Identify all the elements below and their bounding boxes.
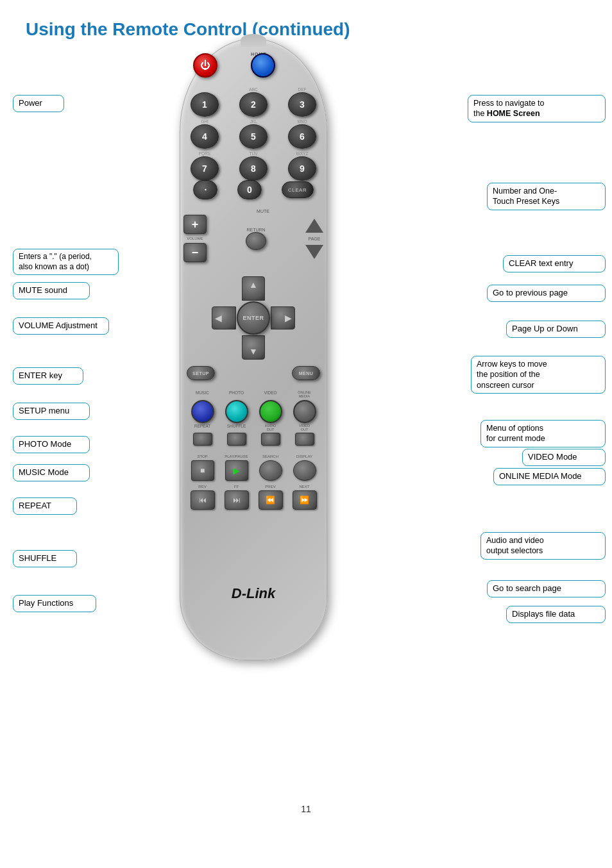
shuffle-button[interactable] bbox=[227, 433, 246, 446]
num-label-2: ABC bbox=[239, 87, 268, 92]
stop-label: STOP bbox=[190, 455, 216, 458]
dpad-left-button[interactable]: ◀ bbox=[212, 306, 236, 330]
volume-plus-button[interactable]: + bbox=[183, 215, 207, 234]
annotation-video-mode: VIDEO Mode bbox=[522, 449, 606, 466]
video-out-label: VIDEOOUT bbox=[292, 424, 318, 431]
num-btn-7[interactable]: 7 bbox=[191, 156, 219, 181]
annotation-enter: ENTER key bbox=[13, 367, 83, 385]
display-button[interactable] bbox=[293, 460, 316, 481]
dpad-up-button[interactable]: ▲ bbox=[242, 276, 265, 301]
shuffle-label: SHUFFLE bbox=[224, 424, 250, 431]
next-button[interactable]: ⏩ bbox=[293, 490, 317, 510]
repeat-label: REPEAT bbox=[190, 424, 216, 431]
video-out-button[interactable] bbox=[295, 433, 314, 446]
page-number: 11 bbox=[301, 804, 311, 814]
right-arrow-icon: ▶ bbox=[285, 313, 292, 323]
num-btn-1[interactable]: 1 bbox=[191, 92, 219, 117]
annotation-online-media: ONLINE MEDIA Mode bbox=[493, 468, 606, 485]
annotation-clear: CLEAR text entry bbox=[503, 255, 606, 272]
page-down-button[interactable] bbox=[305, 245, 323, 259]
search-button[interactable] bbox=[259, 460, 282, 481]
setup-button[interactable]: SETUP bbox=[187, 366, 215, 380]
prev-icon: ⏪ bbox=[266, 496, 275, 505]
dot-button[interactable]: · bbox=[193, 180, 217, 199]
num-btn-8[interactable]: 8 bbox=[239, 156, 268, 181]
num-label-8: TUV bbox=[239, 151, 268, 156]
down-arrow-icon: ▼ bbox=[249, 346, 258, 356]
annotation-setup: SETUP menu bbox=[13, 403, 90, 420]
prev-label: PREV bbox=[258, 485, 284, 488]
search-label: SEARCH bbox=[258, 455, 284, 458]
annotation-audio-video-out: Audio and videooutput selectors bbox=[480, 532, 606, 560]
online-media-mode-button[interactable] bbox=[293, 400, 316, 423]
annotation-go-prev-page: Go to previous page bbox=[487, 285, 606, 302]
num-btn-2[interactable]: 2 bbox=[239, 92, 268, 117]
setup-menu-row: SETUP MENU bbox=[187, 366, 320, 380]
mute-label-text: MUTE bbox=[257, 209, 269, 213]
num-btn-6[interactable]: 6 bbox=[288, 124, 316, 149]
audio-out-button[interactable] bbox=[261, 433, 280, 446]
num-btn-3[interactable]: 3 bbox=[288, 92, 316, 117]
num-btn-9[interactable]: 9 bbox=[288, 156, 316, 181]
annotation-number-keys: Number and One-Touch Preset Keys bbox=[487, 183, 606, 210]
volume-label: VOLUME bbox=[187, 237, 203, 240]
next-label: NEXT bbox=[292, 485, 318, 488]
volume-minus-button[interactable]: − bbox=[183, 243, 207, 262]
dpad-area: ▲ ▼ ◀ ▶ ENTER bbox=[190, 276, 317, 360]
dpad: ▲ ▼ ◀ ▶ ENTER bbox=[212, 276, 295, 360]
numpad-area: ABC DEF 1 2 3 GHI JKL MNO 4 5 6 PQRS TUV bbox=[180, 87, 327, 183]
annotation-go-search: Go to search page bbox=[487, 580, 606, 597]
clear-button[interactable]: CLEAR bbox=[282, 181, 314, 198]
annotation-repeat: REPEAT bbox=[13, 497, 77, 515]
num-label-7: PQRS bbox=[191, 151, 219, 156]
stop-icon: ■ bbox=[200, 466, 205, 475]
prev-button[interactable]: ⏪ bbox=[259, 490, 283, 510]
home-button[interactable] bbox=[251, 53, 275, 78]
annotation-period: Enters a "." (a period,also known as a d… bbox=[13, 249, 119, 275]
display-label: DISPLAY bbox=[292, 455, 318, 458]
repeat-button[interactable] bbox=[193, 433, 212, 446]
ff-icon: ⏭ bbox=[233, 496, 241, 505]
play-icon: ▶ bbox=[233, 465, 240, 476]
left-arrow-icon: ◀ bbox=[215, 313, 222, 323]
annotation-photo: PHOTO Mode bbox=[13, 436, 90, 453]
music-mode-button[interactable] bbox=[191, 400, 214, 423]
num-btn-5[interactable]: 5 bbox=[239, 124, 268, 149]
annotation-menu-options: Menu of optionsfor current mode bbox=[480, 420, 606, 447]
photo-mode-button[interactable] bbox=[225, 400, 248, 423]
play-pause-button[interactable]: ▶ bbox=[225, 460, 248, 481]
num-btn-4[interactable]: 4 bbox=[191, 124, 219, 149]
page-title: Using the Remote Control (continued) bbox=[0, 0, 612, 46]
annotation-play-functions: Play Functions bbox=[13, 595, 96, 612]
mvr-area: MUTE + VOLUME − RETURN PAGE bbox=[183, 209, 323, 262]
num-label-6: MNO bbox=[288, 119, 316, 124]
rev-label: REV bbox=[190, 485, 216, 488]
dpad-right-button[interactable]: ▶ bbox=[271, 306, 295, 330]
power-icon: ⏻ bbox=[200, 60, 210, 71]
video-mode-label: VIDEO bbox=[258, 390, 284, 398]
rsa-buttons bbox=[185, 433, 321, 446]
power-button[interactable]: ⏻ bbox=[193, 53, 217, 78]
rev-button[interactable]: ⏮ bbox=[191, 490, 215, 510]
video-mode-button[interactable] bbox=[259, 400, 282, 423]
music-mode-label: MUSIC bbox=[190, 390, 216, 398]
remote-control: HOME ⏻ ABC DEF 1 2 3 GHI JKL MNO bbox=[180, 38, 327, 660]
online-mode-label: ONLINEMEDIA bbox=[292, 390, 318, 398]
zero-button[interactable]: 0 bbox=[237, 180, 262, 199]
up-arrow-icon: ▲ bbox=[249, 280, 258, 290]
menu-button[interactable]: MENU bbox=[292, 366, 320, 380]
transport-area: STOP PLAY/PAUSE SEARCH DISPLAY ■ ▶ REV F… bbox=[185, 455, 321, 510]
return-label: RETURN bbox=[246, 228, 265, 232]
annotation-mute: MUTE sound bbox=[13, 282, 90, 299]
page-up-button[interactable] bbox=[305, 219, 323, 233]
return-button[interactable] bbox=[246, 232, 266, 250]
num-label-4: GHI bbox=[191, 119, 219, 124]
dpad-down-button[interactable]: ▼ bbox=[242, 335, 265, 360]
num-label-1 bbox=[191, 87, 219, 92]
remote-notch bbox=[241, 34, 266, 47]
ff-button[interactable]: ⏭ bbox=[225, 490, 249, 510]
enter-button[interactable]: ENTER bbox=[237, 301, 270, 335]
annotation-shuffle: SHUFFLE bbox=[13, 550, 77, 567]
brand-label: D-Link bbox=[232, 585, 275, 602]
stop-button[interactable]: ■ bbox=[191, 460, 214, 481]
